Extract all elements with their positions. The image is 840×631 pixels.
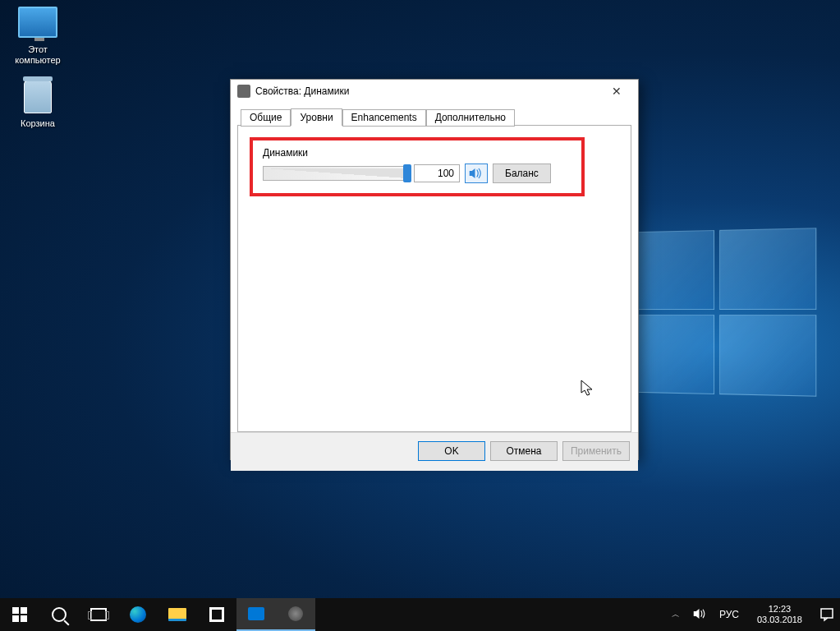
volume-row: Баланс [263, 164, 571, 183]
desktop-icons: Этот компьютер Корзина [7, 7, 69, 145]
tab-advanced[interactable]: Дополнительно [426, 109, 515, 127]
svg-marker-0 [470, 168, 475, 178]
balance-button[interactable]: Баланс [493, 164, 551, 183]
annotation-highlight: Динамики Баланс [250, 137, 585, 196]
task-view-button[interactable] [79, 598, 118, 631]
action-center-button[interactable] [817, 607, 837, 622]
windows-logo-icon [12, 607, 27, 622]
search-button[interactable] [39, 598, 79, 631]
slider-group-label: Динамики [263, 147, 571, 159]
taskbar: ︿ РУС 12:23 03.03.2018 [0, 598, 840, 631]
chevron-up-icon: ︿ [672, 610, 680, 619]
start-button[interactable] [0, 598, 39, 631]
clock-date: 03.03.2018 [757, 615, 802, 625]
dialog-footer: OK Отмена Применить [231, 432, 638, 471]
volume-slider[interactable] [263, 166, 409, 181]
close-button[interactable]: ✕ [599, 80, 635, 103]
system-tray: ︿ РУС 12:23 03.03.2018 [663, 598, 840, 631]
desktop[interactable]: Этот компьютер Корзина Свойства: Динамик… [0, 0, 840, 631]
dialog-body: Общие Уровни Enhancements Дополнительно … [231, 103, 638, 432]
edge-icon [130, 606, 146, 623]
speaker-properties-dialog: Свойства: Динамики ✕ Общие Уровни Enhanc… [230, 79, 639, 460]
slider-thumb[interactable] [403, 164, 411, 182]
clock-time: 12:23 [757, 604, 802, 615]
desktop-icon-label: Корзина [7, 118, 69, 129]
search-icon [52, 607, 67, 622]
window-icon [237, 85, 250, 98]
taskbar-app-edge[interactable] [118, 598, 158, 631]
notification-icon [819, 607, 834, 622]
tab-enhancements[interactable]: Enhancements [342, 109, 426, 127]
taskbar-app-store[interactable] [197, 598, 236, 631]
wallpaper-windows-logo [622, 228, 817, 396]
taskbar-app-settings[interactable] [236, 598, 276, 631]
volume-input[interactable] [414, 164, 460, 182]
taskbar-app-explorer[interactable] [158, 598, 197, 631]
titlebar[interactable]: Свойства: Динамики ✕ [231, 80, 638, 103]
apply-button: Применить [562, 441, 630, 461]
cancel-button[interactable]: Отмена [490, 441, 558, 461]
store-icon [209, 607, 224, 622]
speaker-app-icon [288, 606, 303, 621]
clock[interactable]: 12:23 03.03.2018 [750, 604, 809, 625]
folder-icon [168, 608, 186, 621]
desktop-icon-this-pc[interactable]: Этот компьютер [7, 7, 69, 66]
tab-levels[interactable]: Уровни [291, 108, 342, 126]
tabs: Общие Уровни Enhancements Дополнительно [241, 108, 631, 125]
tray-volume-button[interactable] [693, 607, 708, 623]
svg-marker-2 [694, 609, 700, 619]
mute-button[interactable] [465, 164, 488, 183]
computer-icon [18, 7, 57, 38]
desktop-icon-label: Этот компьютер [7, 44, 69, 66]
settings-icon [248, 607, 264, 620]
desktop-icon-recycle-bin[interactable]: Корзина [7, 81, 69, 129]
tray-overflow-button[interactable]: ︿ [667, 609, 685, 620]
close-icon: ✕ [612, 85, 622, 98]
tab-panel-levels: Динамики Баланс [237, 125, 631, 432]
task-view-icon [90, 608, 107, 621]
language-indicator[interactable]: РУС [716, 609, 742, 620]
tab-general[interactable]: Общие [241, 109, 291, 127]
svg-rect-3 [821, 609, 833, 618]
window-title: Свойства: Динамики [255, 85, 599, 97]
speaker-icon [469, 168, 484, 179]
recycle-bin-icon [24, 81, 52, 113]
volume-icon [693, 607, 708, 620]
taskbar-app-sound[interactable] [276, 598, 315, 631]
ok-button[interactable]: OK [418, 441, 485, 461]
